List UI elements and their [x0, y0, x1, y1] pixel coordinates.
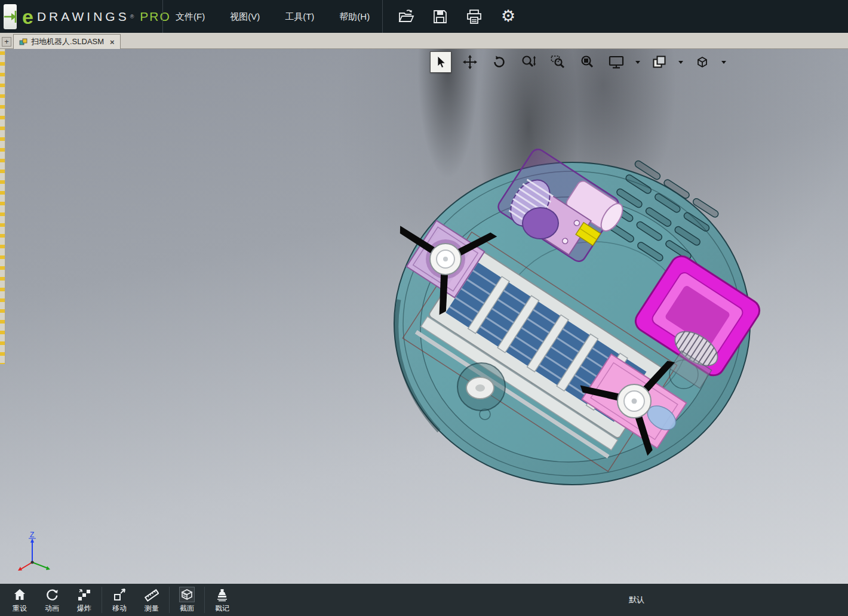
- logo-e: e: [22, 7, 33, 27]
- tab-close-icon[interactable]: ×: [110, 38, 115, 47]
- logo-registered-mark: ®: [130, 14, 134, 20]
- select-tool-icon[interactable]: [430, 51, 451, 73]
- stamp-button[interactable]: 戳记: [206, 584, 238, 616]
- zoom-fit-tool-icon[interactable]: [576, 51, 598, 73]
- reset-label: 重设: [13, 603, 27, 614]
- animation-icon: [44, 587, 60, 602]
- full-screen-dropdown-icon[interactable]: [635, 51, 641, 73]
- bottom-toolbar: 重设 动画 爆炸 移动: [0, 584, 848, 616]
- tab-label: 扫地机器人.SLDASM: [31, 36, 104, 47]
- header-separator-2: [382, 0, 383, 33]
- menu-view[interactable]: 视图(V): [217, 0, 272, 33]
- components-dropdown-icon[interactable]: [678, 51, 684, 73]
- toolbar-separator: [102, 587, 102, 613]
- menu-help[interactable]: 帮助(H): [327, 0, 382, 33]
- print-icon[interactable]: [465, 8, 483, 26]
- section-button[interactable]: 截面: [171, 584, 203, 616]
- components-tool-icon[interactable]: [649, 51, 670, 73]
- move-label: 移动: [112, 603, 127, 614]
- move-component-button[interactable]: 移动: [103, 584, 136, 616]
- assembly-icon: [19, 38, 27, 46]
- section-icon: [179, 587, 195, 602]
- view-orientation-tool-icon[interactable]: [692, 51, 713, 73]
- model-3d-robot-vacuum: [0, 49, 848, 584]
- explode-icon: [76, 587, 92, 602]
- stamp-icon: [214, 587, 230, 602]
- new-tab-button[interactable]: +: [2, 37, 11, 47]
- document-tab[interactable]: 扫地机器人.SLDASM ×: [13, 34, 121, 49]
- animation-label: 动画: [45, 603, 59, 614]
- toolbar-separator-3: [204, 587, 205, 613]
- view-orientation-dropdown-icon[interactable]: [721, 51, 727, 73]
- measure-label: 测量: [145, 603, 159, 614]
- header-toolbar: ⚙: [397, 8, 517, 26]
- pan-tool-icon[interactable]: [459, 51, 481, 73]
- configuration-label[interactable]: 默认: [629, 595, 644, 605]
- explode-button[interactable]: 爆炸: [68, 584, 100, 616]
- measure-icon: [144, 587, 159, 602]
- open-icon[interactable]: [397, 8, 415, 26]
- section-label: 截面: [180, 603, 194, 614]
- view-toolbar: [430, 51, 727, 73]
- zoom-tool-icon[interactable]: [518, 51, 539, 73]
- app-icon: [4, 4, 17, 29]
- move-component-icon: [112, 587, 127, 602]
- triad-z-label: Z: [30, 531, 34, 539]
- settings-gear-icon[interactable]: ⚙: [499, 8, 517, 26]
- toolbar-separator-2: [169, 587, 170, 613]
- explode-label: 爆炸: [77, 603, 91, 614]
- edrawings-arrow-icon: [4, 9, 17, 24]
- reset-button[interactable]: 重设: [4, 584, 36, 616]
- logo-drawings: DRAWINGS: [37, 10, 130, 24]
- menu-file[interactable]: 文件(F): [163, 0, 217, 33]
- menu-tools[interactable]: 工具(T): [272, 0, 327, 33]
- measure-button[interactable]: 测量: [136, 584, 168, 616]
- stamp-label: 戳记: [215, 603, 229, 614]
- model-viewport[interactable]: Z: [0, 49, 848, 584]
- animation-button[interactable]: 动画: [36, 584, 68, 616]
- save-icon[interactable]: [431, 8, 449, 26]
- menubar: 文件(F) 视图(V) 工具(T) 帮助(H): [163, 0, 382, 33]
- full-screen-tool-icon[interactable]: [606, 51, 627, 73]
- tab-bar: + 扫地机器人.SLDASM ×: [0, 33, 848, 49]
- app-logo: e DRAWINGS ® PRO: [0, 0, 162, 33]
- home-icon: [12, 587, 27, 602]
- coordinate-triad: Z: [14, 530, 62, 577]
- zoom-window-tool-icon[interactable]: [547, 51, 569, 73]
- rotate-tool-icon[interactable]: [488, 51, 510, 73]
- app-header: e DRAWINGS ® PRO 文件(F) 视图(V) 工具(T) 帮助(H): [0, 0, 848, 33]
